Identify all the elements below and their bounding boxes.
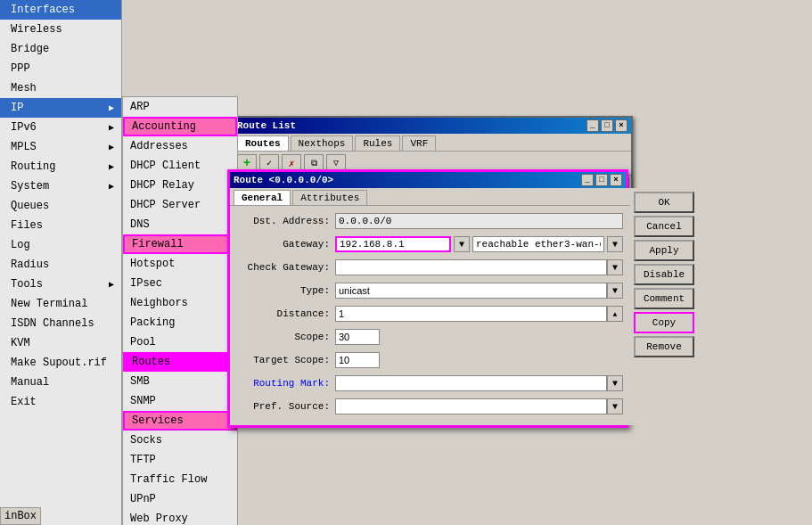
submenu-snmp[interactable]: SNMP [123, 391, 237, 411]
check-gateway-row: Check Gateway: ▼ [237, 258, 623, 277]
submenu-services[interactable]: Services [123, 411, 237, 431]
minimize-button[interactable]: _ [586, 119, 599, 132]
remove-button[interactable]: Remove [634, 336, 694, 357]
type-dropdown[interactable]: ▼ [607, 283, 623, 299]
sidebar: Interfaces Wireless Bridge PPP Mesh IP ▶… [0, 0, 122, 525]
sidebar-item-ip[interactable]: IP ▶ [0, 98, 121, 118]
sidebar-item-mesh[interactable]: Mesh [0, 78, 121, 98]
submenu-web-proxy[interactable]: Web Proxy [123, 509, 237, 525]
routing-mark-label[interactable]: Routing Mark: [237, 378, 335, 389]
sidebar-item-exit[interactable]: Exit [0, 392, 121, 412]
tab-rules[interactable]: Rules [355, 135, 400, 151]
submenu-hotspot[interactable]: Hotspot [123, 254, 237, 274]
sidebar-item-queues[interactable]: Queues [0, 196, 121, 216]
sidebar-item-make-supout[interactable]: Make Supout.rif [0, 353, 121, 373]
gateway-text-field[interactable] [472, 236, 604, 252]
ok-button[interactable]: OK [634, 192, 694, 213]
submenu-arp[interactable]: ARP [123, 97, 237, 117]
submenu-upnp[interactable]: UPnP [123, 489, 237, 509]
submenu-addresses[interactable]: Addresses [123, 136, 237, 156]
submenu-dhcp-server[interactable]: DHCP Server [123, 195, 237, 215]
dst-address-input[interactable] [335, 213, 623, 229]
sidebar-item-radius[interactable]: Radius [0, 255, 121, 275]
check-gateway-input[interactable] [335, 259, 607, 275]
scope-input[interactable] [335, 329, 380, 345]
arrow-icon: ▶ [109, 122, 114, 133]
sidebar-item-wireless[interactable]: Wireless [0, 20, 121, 39]
sidebar-item-mpls[interactable]: MPLS ▶ [0, 137, 121, 157]
submenu-traffic-flow[interactable]: Traffic Flow [123, 470, 237, 489]
close-button[interactable]: × [615, 119, 627, 132]
submenu-dhcp-relay[interactable]: DHCP Relay [123, 176, 237, 195]
ip-submenu: ARP Accounting Addresses DHCP Client DHC… [122, 96, 238, 525]
sidebar-item-new-terminal[interactable]: New Terminal [0, 294, 121, 314]
window-controls: _ □ × [586, 119, 627, 132]
submenu-packing[interactable]: Packing [123, 313, 237, 332]
submenu-tftp[interactable]: TFTP [123, 450, 237, 470]
sidebar-item-ppp[interactable]: PPP [0, 59, 121, 78]
dialog-maximize-button[interactable]: □ [595, 174, 608, 186]
sidebar-item-interfaces[interactable]: Interfaces [0, 0, 121, 20]
scope-row: Scope: [237, 327, 623, 347]
arrow-icon: ▶ [109, 103, 114, 113]
sidebar-item-log[interactable]: Log [0, 235, 121, 255]
pref-source-input[interactable] [335, 398, 607, 414]
sidebar-item-system[interactable]: System ▶ [0, 176, 121, 196]
submenu-socks[interactable]: Socks [123, 431, 237, 450]
apply-button[interactable]: Apply [634, 240, 694, 261]
arrow-icon: ▶ [109, 279, 114, 290]
type-input[interactable] [335, 283, 607, 299]
tab-routes[interactable]: Routes [237, 135, 289, 151]
gateway-input[interactable] [335, 236, 451, 252]
app-window: Interfaces Wireless Bridge PPP Mesh IP ▶… [0, 0, 812, 525]
pref-source-row: Pref. Source: ▼ [237, 397, 623, 416]
submenu-firewall[interactable]: Firewall [123, 234, 237, 254]
submenu-accounting[interactable]: Accounting [123, 117, 237, 136]
dialog-minimize-button[interactable]: _ [581, 174, 594, 186]
type-label: Type: [237, 285, 335, 296]
gateway-arrow-button[interactable]: ▼ [607, 236, 623, 252]
dialog-controls: _ □ × [581, 174, 622, 186]
submenu-dns[interactable]: DNS [123, 215, 237, 234]
comment-button[interactable]: Comment [634, 288, 694, 309]
gateway-dropdown-button[interactable]: ▼ [454, 236, 470, 252]
sidebar-item-routing[interactable]: Routing ▶ [0, 157, 121, 176]
arrow-icon: ▶ [109, 142, 114, 152]
tab-nexthops[interactable]: Nexthops [291, 135, 354, 151]
routing-mark-input[interactable] [335, 375, 607, 391]
copy-button[interactable]: Copy [634, 312, 694, 333]
check-gateway-dropdown[interactable]: ▼ [607, 259, 623, 275]
submenu-smb[interactable]: SMB [123, 372, 237, 391]
tab-general[interactable]: General [234, 190, 291, 205]
submenu-neighbors[interactable]: Neighbors [123, 293, 237, 313]
route-list-titlebar: Route List _ □ × [234, 118, 631, 134]
distance-spin-up[interactable]: ▲ [607, 306, 623, 322]
submenu-dhcp-client[interactable]: DHCP Client [123, 156, 237, 176]
cancel-button[interactable]: Cancel [634, 216, 694, 237]
submenu-pool[interactable]: Pool [123, 332, 237, 352]
disable-button[interactable]: Disable [634, 264, 694, 285]
tab-attributes[interactable]: Attributes [292, 190, 367, 205]
maximize-button[interactable]: □ [601, 119, 613, 132]
sidebar-item-files[interactable]: Files [0, 216, 121, 235]
dialog-close-button[interactable]: × [610, 174, 622, 186]
distance-input[interactable] [335, 306, 607, 322]
tab-vrf[interactable]: VRF [402, 135, 436, 151]
submenu-ipsec[interactable]: IPsec [123, 274, 237, 293]
distance-label: Distance: [237, 308, 335, 319]
sidebar-item-isdn-channels[interactable]: ISDN Channels [0, 314, 121, 333]
target-scope-row: Target Scope: [237, 350, 623, 370]
target-scope-input[interactable] [335, 352, 380, 368]
sidebar-item-tools[interactable]: Tools ▶ [0, 275, 121, 294]
inbox-label: inBox [0, 507, 41, 525]
check-gateway-label: Check Gateway: [237, 262, 335, 273]
gateway-row: Gateway: ▼ ▼ [237, 234, 623, 254]
sidebar-item-manual[interactable]: Manual [0, 373, 121, 392]
submenu-routes[interactable]: Routes [123, 352, 237, 372]
sidebar-item-bridge[interactable]: Bridge [0, 39, 121, 59]
sidebar-item-ipv6[interactable]: IPv6 ▶ [0, 118, 121, 137]
sidebar-item-kvm[interactable]: KVM [0, 333, 121, 353]
routing-mark-dropdown[interactable]: ▼ [607, 375, 623, 391]
pref-source-dropdown[interactable]: ▼ [607, 398, 623, 414]
dialog-form: Dst. Address: Gateway: ▼ ▼ [230, 206, 630, 425]
